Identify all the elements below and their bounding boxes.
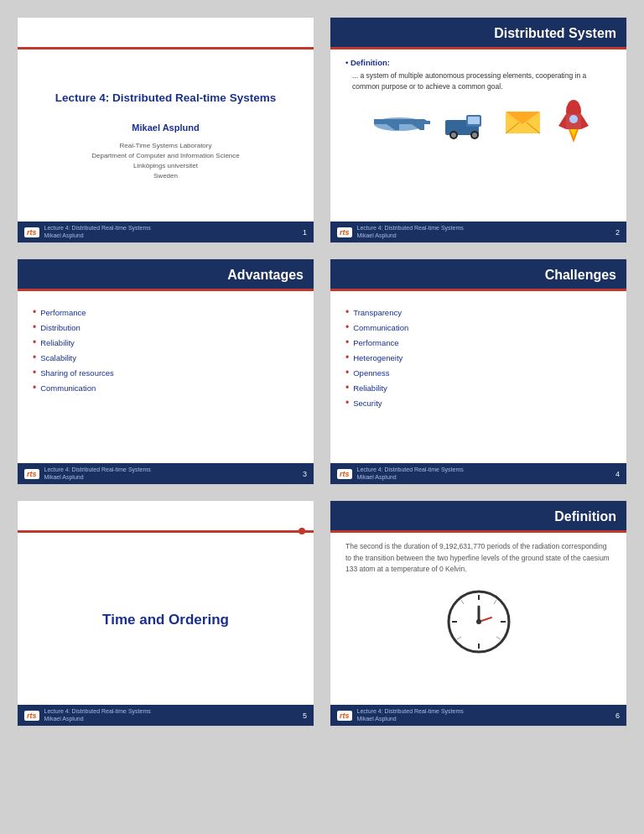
slide-3-title: Advantages [227,268,304,283]
slide-3-title-bar: Advantages [18,259,314,291]
footer-number: 1 [303,228,307,237]
slide-5-content: Time and Ordering [18,533,314,705]
list-item: Reliability [345,380,611,395]
clock-container [345,588,611,655]
slide-1-lecture-title: Lecture 4: Distributed Real-time Systems [55,91,276,104]
footer-logo: rts [24,469,39,479]
slide-5: Time and Ordering rts Lecture 4: Distrib… [17,500,314,727]
slide-1-content: Lecture 4: Distributed Real-time Systems… [18,50,314,222]
slide-5-heading: Time and Ordering [102,612,229,628]
footer-text: Lecture 4: Distributed Real-time Systems… [357,708,464,722]
rocket-icon [550,99,592,145]
slide-5-footer: rts Lecture 4: Distributed Real-time Sys… [18,705,314,726]
slide-1: Lecture 4: Distributed Real-time Systems… [17,17,314,243]
slide-5-title-bar [18,501,314,533]
slide-6-title: Definition [554,509,616,524]
slide-1-institution: Real-Time Systems Laboratory Department … [91,141,240,181]
slide-2: Distributed System • Definition: ... a s… [330,17,627,243]
slide-1-footer: rts Lecture 4: Distributed Real-time Sys… [18,222,314,242]
list-item: Scalability [33,350,299,365]
title-prefix: Lecture 4: [55,91,112,104]
slide-3-content: Performance Distribution Reliability Sca… [18,291,314,463]
footer-logo: rts [337,711,352,721]
slide-2-footer: rts Lecture 4: Distributed Real-time Sys… [330,222,626,242]
clock-icon [445,588,512,655]
slide-3: Advantages Performance Distribution Reli… [17,258,314,485]
footer-number: 6 [615,712,620,720]
svg-point-9 [451,133,456,138]
list-item: Performance [33,305,299,320]
footer-number: 5 [303,712,307,720]
footer-number: 3 [303,470,307,478]
slide-1-title-bar [18,18,314,50]
svg-rect-4 [420,121,430,124]
slide-4: Challenges Transparency Communication Pe… [330,258,627,485]
slide-4-footer: rts Lecture 4: Distributed Real-time Sys… [330,463,626,484]
advantages-list: Performance Distribution Reliability Sca… [33,305,299,395]
footer-logo: rts [337,227,352,237]
slide-2-title: Distributed System [494,26,616,41]
slide-2-images [345,99,611,145]
footer-text: Lecture 4: Distributed Real-time Systems… [44,467,151,481]
footer-text: Lecture 4: Distributed Real-time Systems… [357,467,464,481]
list-item: Transparency [345,305,611,320]
challenges-list: Transparency Communication Performance H… [345,305,611,410]
svg-point-20 [569,115,578,123]
slide-6: Definition The second is the duration of… [330,500,627,727]
slide-6-content: The second is the duration of 9,192,631,… [330,533,626,705]
svg-point-35 [476,619,481,624]
footer-logo: rts [24,227,39,237]
list-item: Sharing of resources [33,365,299,380]
svg-marker-18 [558,114,566,129]
slide-6-title-bar: Definition [330,501,626,533]
slide-1-author: Mikael Asplund [132,122,199,133]
slide-4-title-bar: Challenges [330,259,626,291]
footer-text: Lecture 4: Distributed Real-time Systems… [44,708,151,722]
slide-2-bullet-label: • Definition: [345,58,611,67]
list-item: Communication [345,320,611,335]
slide-6-footer: rts Lecture 4: Distributed Real-time Sys… [330,705,626,726]
envelope-icon [504,107,542,137]
footer-logo: rts [337,469,352,479]
list-item: Openness [345,365,611,380]
list-item: Reliability [33,335,299,350]
airplane-icon [366,103,433,141]
footer-text: Lecture 4: Distributed Real-time Systems… [44,225,151,239]
footer-number: 2 [615,228,620,237]
footer-text: Lecture 4: Distributed Real-time Systems… [357,225,464,239]
svg-point-11 [472,133,477,138]
footer-logo: rts [24,711,39,721]
svg-marker-19 [581,114,589,129]
slide-2-content: • Definition: ... a system of multiple a… [330,50,626,222]
slide-2-bullet-text: ... a system of multiple autonomous proc… [352,70,611,92]
list-item: Communication [33,380,299,395]
slide-6-definition-text: The second is the duration of 9,192,631,… [345,541,611,576]
slide-grid: Lecture 4: Distributed Real-time Systems… [17,17,627,727]
title-main: Distributed Real-time Systems [112,91,276,104]
svg-rect-7 [468,117,480,124]
list-item: Performance [345,335,611,350]
slide-3-footer: rts Lecture 4: Distributed Real-time Sys… [18,463,314,484]
list-item: Security [345,395,611,410]
slide-2-title-bar: Distributed System [330,18,626,50]
footer-number: 4 [615,470,620,478]
slide-4-content: Transparency Communication Performance H… [330,291,626,463]
slide-4-title: Challenges [545,268,616,283]
list-item: Distribution [33,320,299,335]
truck-icon [441,103,496,141]
list-item: Heterogeneity [345,350,611,365]
